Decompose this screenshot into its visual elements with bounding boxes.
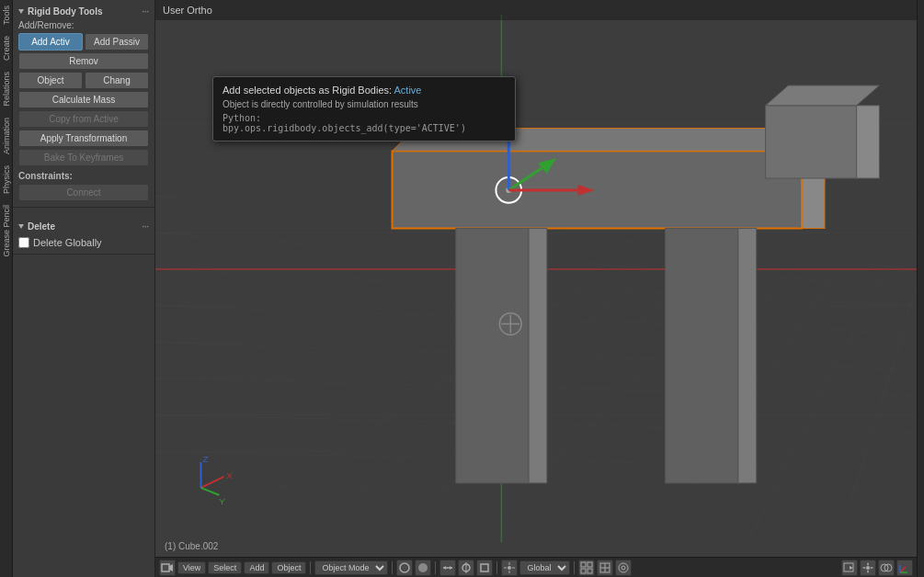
tooltip-python-prefix: Python: [222, 113, 261, 123]
svg-text:Y: Y [219, 496, 225, 506]
tooltip-python: Python: bpy.ops.rigidbody.objects_add(ty… [222, 113, 506, 133]
overlay-icon[interactable] [878, 560, 895, 576]
grid-icon-1[interactable] [578, 560, 595, 576]
bake-row: Bake To Keyframes [18, 149, 149, 166]
create-tab[interactable]: Create [1, 30, 12, 66]
pivot-icon[interactable] [501, 560, 518, 576]
object-change-row: Object Chang [18, 72, 149, 89]
svg-marker-64 [443, 566, 446, 570]
constraints-header: Constraints: [18, 168, 149, 184]
side-panel: Rigid Body Tools ··· Add/Remove: Add Act… [13, 0, 155, 577]
svg-point-60 [400, 563, 409, 572]
add-passive-button[interactable]: Add Passiv [85, 33, 149, 51]
grease-pencil-tab[interactable]: Grease Pencil [1, 199, 12, 263]
svg-rect-30 [393, 151, 803, 228]
delete-section: Delete ··· Delete Globally [13, 215, 154, 255]
svg-rect-35 [666, 229, 738, 483]
delete-header[interactable]: Delete ··· [18, 219, 149, 235]
bake-to-keyframes-button[interactable]: Bake To Keyframes [18, 149, 149, 166]
delete-title: Delete [28, 221, 55, 232]
delete-dots: ··· [142, 222, 149, 232]
bottom-bar: View Select Add Object Object Mode [155, 557, 917, 577]
mode-dropdown[interactable]: Object Mode [314, 560, 388, 575]
animation-tab[interactable]: Animation [1, 112, 12, 160]
separator-1 [310, 561, 311, 574]
delete-collapse-icon [18, 224, 24, 229]
svg-text:Z: Z [203, 454, 209, 464]
object-button[interactable]: Object [18, 72, 83, 89]
status-text: (1) Cube.002 [165, 541, 218, 551]
svg-rect-37 [766, 106, 857, 178]
svg-rect-38 [857, 106, 880, 178]
svg-rect-36 [738, 229, 757, 483]
physics-tab[interactable]: Physics [1, 160, 12, 199]
connect-button[interactable]: Connect [18, 184, 149, 201]
change-button[interactable]: Chang [85, 72, 149, 89]
right-edge [917, 0, 924, 577]
view-menu[interactable]: View [177, 561, 206, 574]
svg-point-84 [866, 566, 870, 570]
separator-3 [435, 561, 436, 574]
copy-from-active-button[interactable]: Copy from Active [18, 110, 149, 128]
main-layout: Tools Create Relations Animation Physics… [0, 0, 924, 577]
delete-panel-content: Delete Globally [18, 235, 149, 250]
calculate-row: Calculate Mass [18, 91, 149, 108]
calculate-mass-button[interactable]: Calculate Mass [18, 91, 149, 108]
transform-icon-1[interactable] [439, 560, 456, 576]
rigid-body-tools-header[interactable]: Rigid Body Tools ··· [18, 4, 149, 20]
svg-text:X: X [226, 470, 233, 481]
panel-dots: ··· [142, 7, 149, 17]
delete-globally-checkbox[interactable] [18, 237, 29, 248]
tooltip-title: Add selected objects as Rigid Bodies: Ac… [222, 85, 506, 96]
add-active-button[interactable]: Add Activ [18, 33, 83, 51]
svg-rect-67 [481, 564, 488, 571]
tooltip-description: Object is directly controlled by simulat… [222, 99, 506, 109]
global-dropdown[interactable]: Global [519, 560, 570, 575]
transform-icon-3[interactable] [476, 560, 493, 576]
add-buttons-row: Add Activ Add Passiv [18, 33, 149, 51]
grid-icon-2[interactable] [597, 560, 613, 576]
add-remove-label: Add/Remove: [18, 20, 149, 30]
view-mode-icon[interactable] [159, 560, 176, 576]
grid-icon-3[interactable] [615, 560, 632, 576]
transform-icon-2[interactable] [458, 560, 474, 576]
viewport-title: User Ortho [163, 5, 212, 16]
svg-point-61 [418, 563, 428, 572]
svg-line-87 [900, 567, 906, 572]
svg-rect-74 [587, 562, 592, 567]
separator-5 [574, 561, 575, 574]
render-icon[interactable] [841, 560, 858, 576]
viewport-header: User Ortho [155, 0, 917, 20]
svg-rect-73 [581, 562, 586, 567]
tooltip-keyword: Active [394, 85, 422, 96]
viewport: User Ortho [155, 0, 917, 577]
settings-icon[interactable] [860, 560, 876, 576]
select-menu[interactable]: Select [208, 561, 242, 574]
collapse-icon [18, 9, 24, 14]
separator-4 [496, 561, 497, 574]
viewport-sphere-icon[interactable] [415, 560, 431, 576]
tooltip: Add selected objects as Rigid Bodies: Ac… [212, 76, 516, 141]
svg-marker-83 [850, 566, 853, 570]
svg-point-81 [622, 566, 625, 570]
viewport-circle-icon[interactable] [396, 560, 413, 576]
tools-tab[interactable]: Tools [1, 0, 12, 30]
rigid-body-tools-section: Rigid Body Tools ··· Add/Remove: Add Act… [13, 0, 154, 208]
svg-rect-76 [587, 569, 592, 573]
svg-point-80 [619, 563, 628, 572]
tooltip-prefix: Add selected objects as Rigid Bodies: [222, 85, 394, 96]
copy-row: Copy from Active [18, 110, 149, 128]
svg-point-68 [508, 566, 511, 570]
add-menu[interactable]: Add [244, 561, 269, 574]
object-menu[interactable]: Object [271, 561, 306, 574]
connect-row: Connect [18, 184, 149, 201]
panel-content: Add/Remove: Add Activ Add Passiv Remov O… [18, 20, 149, 201]
gizmo-icon[interactable] [896, 560, 913, 576]
relations-tab[interactable]: Relations [1, 66, 12, 112]
remove-button[interactable]: Remov [18, 52, 149, 70]
apply-row: Apply Transformation [18, 130, 149, 147]
separator-2 [392, 561, 393, 574]
svg-rect-33 [456, 229, 529, 483]
svg-rect-58 [162, 564, 169, 571]
apply-transformation-button[interactable]: Apply Transformation [18, 130, 149, 147]
